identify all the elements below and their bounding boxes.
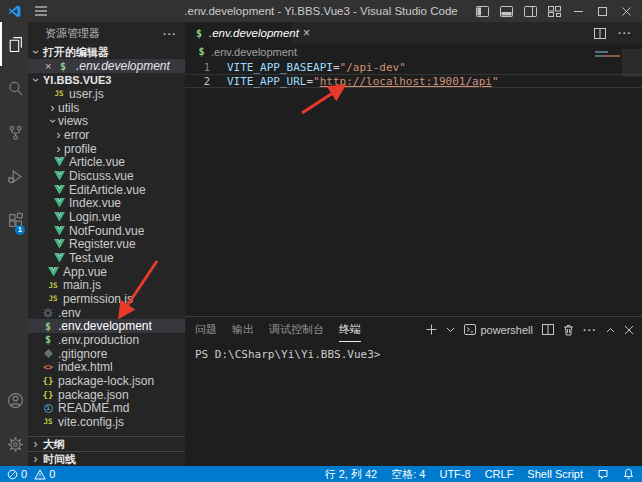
toggle-primary-sidebar-icon[interactable] [470,0,494,22]
line-content: VITE_APP_URL="http://localhost:19001/api… [227,75,499,88]
tree-item-login-vue[interactable]: Login.vue [28,210,185,224]
panel-tab-输出[interactable]: 输出 [232,317,254,342]
panel-more-actions-icon[interactable]: ··· [583,324,597,336]
tree-item-discuss-vue[interactable]: Discuss.vue [28,169,185,183]
panel-tab-调试控制台[interactable]: 调试控制台 [269,317,324,342]
new-terminal-icon[interactable] [426,324,437,335]
terminal-output[interactable]: PS D:\CSharp\Yi\Yi.BBS.Vue3> [185,342,642,361]
outline-section-header[interactable]: 大纲 [28,436,185,451]
tree-item-index-vue[interactable]: Index.vue [28,196,185,210]
js-icon: JS [53,88,65,100]
open-editor-item-env-development[interactable]: × $ .env.development [28,59,185,73]
feedback-icon[interactable] [590,469,616,480]
tree-item--env-production[interactable]: $.env.production [28,333,185,347]
split-editor-icon[interactable] [594,28,606,39]
code-token: = [333,61,340,74]
panel-tab-问题[interactable]: 问题 [195,317,217,342]
account-icon[interactable] [0,378,28,422]
panel-actions: powershell ··· [426,324,634,336]
close-window-icon[interactable] [614,0,638,22]
project-section-header[interactable]: YI.BBS.VUE3 [28,73,185,87]
tree-item-notfound-vue[interactable]: NotFound.vue [28,224,185,238]
code-line-1[interactable]: 1VITE_APP_BASEAPI="/api-dev" [185,60,642,74]
vue-icon [53,170,65,182]
breadcrumb[interactable]: $ .env.development [185,44,642,59]
extensions-badge: 1 [15,225,25,235]
tree-item-profile[interactable]: profile [28,142,185,156]
run-debug-icon[interactable] [0,154,28,198]
code-line-2[interactable]: 2VITE_APP_URL="http://localhost:19001/ap… [185,74,642,88]
kill-terminal-trash-icon[interactable] [563,324,574,336]
tree-item-user-js[interactable]: JSuser.js [28,87,185,101]
tab-env-development[interactable]: $ .env.development × [185,22,291,44]
eol-status[interactable]: CRLF [478,468,521,480]
split-terminal-icon[interactable] [542,324,554,335]
tree-item--gitignore[interactable]: .gitignore [28,347,185,361]
menu-icon[interactable] [35,6,47,16]
chevron-down-icon [47,116,58,126]
tree-item-register-vue[interactable]: Register.vue [28,237,185,251]
editor-more-actions-icon[interactable]: ··· [618,27,632,39]
cursor-position-status[interactable]: 行 2, 列 42 [318,467,385,482]
code-token: " [313,75,320,88]
warning-icon [34,469,46,480]
tree-item--env-development[interactable]: $.env.development [28,319,185,333]
file-tree: JSuser.jsutilsviewserrorprofileArticle.v… [28,87,185,429]
maximize-panel-icon[interactable] [606,327,615,333]
tree-item-error[interactable]: error [28,128,185,142]
tree-item-test-vue[interactable]: Test.vue [28,251,185,265]
explorer-icon[interactable] [0,22,28,66]
search-icon[interactable] [0,66,28,110]
tree-item-package-lock-json[interactable]: {}package-lock.json [28,374,185,388]
vscode-window: .env.development - Yi.BBS.Vue3 - Visual … [0,0,642,482]
tree-item-app-vue[interactable]: App.vue [28,265,185,279]
chevron-right-icon [47,103,58,113]
minimap-slider[interactable] [622,49,642,77]
tree-item-readme-md[interactable]: iREADME.md [28,401,185,415]
toggle-panel-icon[interactable] [494,0,518,22]
tree-item-index-html[interactable]: <>index.html [28,360,185,374]
tree-item-editarticle-vue[interactable]: EditArticle.vue [28,183,185,197]
shellscript-icon: $ [42,320,54,332]
tree-item-main-js[interactable]: JSmain.js [28,278,185,292]
tree-item-label: user.js [69,87,104,101]
tree-item-vite-config-js[interactable]: JSvite.config.js [28,415,185,429]
terminal-instance[interactable]: powershell [464,324,533,336]
minimize-icon[interactable] [566,0,590,22]
chevron-right-icon [53,130,64,140]
vue-icon [53,184,65,196]
settings-gear-icon[interactable] [0,422,28,466]
maximize-icon[interactable] [590,0,614,22]
tree-item-label: .env.development [58,319,152,333]
tree-item-article-vue[interactable]: Article.vue [28,155,185,169]
tree-item-views[interactable]: views [28,114,185,128]
tree-item--env[interactable]: .env [28,306,185,320]
code-token: VITE_APP_BASEAPI [227,61,333,74]
customize-layout-icon[interactable] [542,0,566,22]
close-panel-icon[interactable] [624,325,634,335]
tree-item-label: Test.vue [69,251,114,265]
close-tab-icon[interactable]: × [303,26,310,40]
notifications-bell-icon[interactable] [616,468,634,480]
tree-item-label: Register.vue [69,237,136,251]
views-more-actions-icon[interactable]: ··· [163,28,177,40]
tree-item-package-json[interactable]: {}package.json [28,388,185,402]
tree-item-utils[interactable]: utils [28,101,185,115]
extensions-icon[interactable]: 1 [0,198,28,242]
problems-status[interactable]: 0 0 [7,468,55,480]
source-control-icon[interactable] [0,110,28,154]
explorer-sidebar: 资源管理器 ··· 打开的编辑器 × $ .env.development YI… [28,22,185,466]
terminal-dropdown-icon[interactable] [446,327,455,333]
encoding-status[interactable]: UTF-8 [432,468,477,480]
toggle-secondary-sidebar-icon[interactable] [518,0,542,22]
code-editor[interactable]: 1VITE_APP_BASEAPI="/api-dev"2VITE_APP_UR… [185,59,642,316]
line-content: VITE_APP_BASEAPI="/api-dev" [227,61,406,74]
indentation-status[interactable]: 空格: 4 [384,467,432,482]
language-mode-status[interactable]: Shell Script [520,468,590,480]
panel-tab-终端[interactable]: 终端 [339,317,361,342]
url-link[interactable]: http://localhost:19001/api [320,75,492,88]
open-editors-section-header[interactable]: 打开的编辑器 [28,45,185,59]
tree-item-permission-js[interactable]: JSpermission.js [28,292,185,306]
timeline-section-header[interactable]: 时间线 [28,451,185,466]
close-icon[interactable]: × [45,60,57,72]
